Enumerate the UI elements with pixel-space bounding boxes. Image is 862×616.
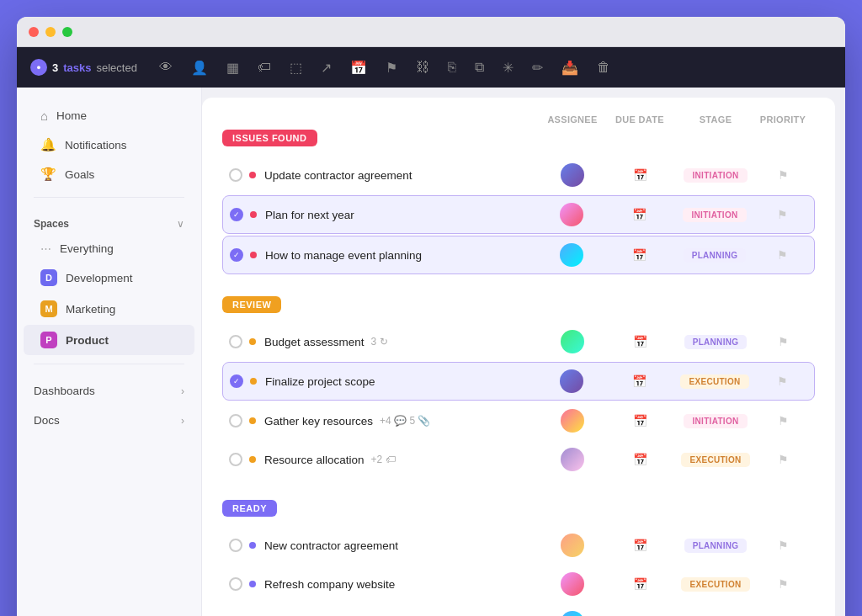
select-checkbox[interactable] (229, 577, 242, 591)
development-dot: D (40, 269, 57, 286)
calendar-icon: 📅 (632, 208, 646, 221)
close-button[interactable] (29, 27, 39, 37)
sidebar-item-everything[interactable]: ⋯ Everything (24, 236, 194, 262)
task-row[interactable]: Gather key resources +4 💬 5 📎 📅 INITIATI… (222, 402, 815, 439)
tag-icon[interactable]: 🏷 (254, 56, 274, 78)
sidebar-item-product[interactable]: P Product (24, 325, 194, 355)
stage-badge: INITIATION (684, 414, 747, 428)
task-assignee (539, 330, 606, 353)
stage-badge: PLANNING (684, 248, 747, 263)
task-name: New contractor agreement (264, 539, 539, 552)
minimize-button[interactable] (45, 27, 56, 37)
calendar-icon: 📅 (633, 414, 647, 427)
task-dot (249, 338, 256, 345)
copy-icon[interactable]: ⎘ (444, 56, 460, 78)
flag-icon[interactable]: ⚑ (382, 56, 401, 79)
assignee-avatar (561, 572, 584, 596)
home-icon: ⌂ (40, 109, 48, 123)
task-row[interactable]: How to manage event planning 📅 PLANNING … (222, 236, 815, 274)
link-icon[interactable]: ↗ (317, 56, 335, 79)
task-assignee (539, 572, 606, 596)
docs-arrow[interactable]: › (181, 415, 184, 427)
assignee-icon[interactable]: 👤 (188, 56, 211, 79)
priority-flag-icon: ⚑ (777, 374, 788, 388)
calendar-icon: 📅 (633, 168, 647, 182)
indent-icon[interactable]: ⬚ (286, 56, 306, 79)
bell-icon: 🔔 (40, 137, 56, 152)
task-stage: INITIATION (673, 414, 758, 428)
docs-section: Docs › (17, 402, 201, 432)
task-row[interactable]: Update key objectives 5 📎 📅 EXECUTION ⚑ (222, 604, 815, 616)
select-checkbox[interactable] (230, 374, 243, 388)
task-stage: INITIATION (673, 208, 757, 222)
col-assignee-header: ASSIGNEE (539, 114, 606, 125)
inbox-icon[interactable]: 📥 (558, 56, 582, 79)
sidebar-item-notifications-label: Notifications (65, 139, 127, 151)
task-priority: ⚑ (758, 168, 808, 182)
docs-label: Docs (34, 414, 60, 427)
dashboards-label: Dashboards (34, 385, 95, 397)
marketing-dot: M (40, 300, 57, 317)
edit-icon[interactable]: ✏ (529, 56, 546, 79)
sidebar-item-notifications[interactable]: 🔔 Notifications (24, 130, 194, 159)
product-dot: P (40, 332, 57, 348)
select-checkbox[interactable] (230, 248, 243, 262)
task-assignee (539, 163, 606, 187)
sidebar-item-home-label: Home (56, 109, 87, 122)
priority-flag-icon: ⚑ (777, 248, 788, 262)
calendar-icon: 📅 (633, 453, 647, 466)
task-name: How to manage event planning (265, 249, 538, 262)
select-checkbox[interactable] (229, 414, 242, 427)
spaces-label: Spaces (34, 218, 69, 230)
sidebar-item-goals[interactable]: 🏆 Goals (24, 160, 194, 189)
task-due: 📅 (606, 414, 673, 427)
star-icon[interactable]: ✳ (499, 56, 517, 79)
view-icon[interactable]: 👁 (156, 56, 176, 78)
select-checkbox[interactable] (229, 539, 242, 552)
task-title: Refresh company website (264, 578, 395, 591)
task-row[interactable]: New contractor agreement 📅 PLANNING ⚑ (222, 527, 815, 564)
task-due: 📅 (606, 335, 673, 348)
task-meta: +2 🏷 (371, 454, 396, 465)
select-checkbox[interactable] (229, 453, 242, 466)
app-layout: ● 3 tasks selected 👁 👤 ▦ 🏷 ⬚ ↗ 📅 ⚑ ⛓ ⎘ ⧉… (17, 47, 845, 616)
selection-icon: ● (30, 59, 47, 76)
sidebar-item-home[interactable]: ⌂ Home (24, 102, 194, 130)
duplicate-icon[interactable]: ⧉ (471, 56, 487, 78)
sidebar-item-development[interactable]: D Development (24, 263, 194, 293)
task-row[interactable]: Resource allocation +2 🏷 📅 EXECUTION ⚑ (222, 441, 815, 478)
sidebar-item-marketing[interactable]: M Marketing (24, 294, 194, 324)
task-row[interactable]: Update contractor agreement 📅 INITIATION… (222, 157, 815, 194)
dashboards-arrow[interactable]: › (181, 385, 184, 397)
task-priority: ⚑ (758, 335, 808, 348)
maximize-button[interactable] (62, 27, 72, 37)
spaces-arrow[interactable]: ∨ (177, 218, 184, 230)
task-assignee (539, 409, 606, 433)
task-row[interactable]: Finalize project scope 📅 EXECUTION ⚑ (222, 362, 815, 401)
task-count: 3 (52, 61, 58, 74)
task-name: Resource allocation +2 🏷 (264, 454, 539, 466)
toolbar: ● 3 tasks selected 👁 👤 ▦ 🏷 ⬚ ↗ 📅 ⚑ ⛓ ⎘ ⧉… (17, 47, 845, 88)
sidebar-divider-1 (34, 197, 184, 198)
sidebar-item-product-label: Product (66, 334, 109, 347)
calendar-icon[interactable]: 📅 (347, 56, 370, 79)
assignee-avatar (561, 534, 584, 557)
stage-badge: EXECUTION (681, 577, 749, 592)
content-area: ASSIGNEE DUE DATE STAGE PRIORITY ISSUES … (202, 98, 835, 616)
task-assignee (539, 534, 606, 557)
priority-flag-icon: ⚑ (778, 168, 789, 182)
task-row[interactable]: Refresh company website 📅 EXECUTION ⚑ (222, 566, 815, 603)
delete-icon[interactable]: 🗑 (593, 56, 614, 78)
task-dot (249, 456, 256, 463)
select-checkbox[interactable] (229, 168, 242, 182)
col-priority-header: PRIORITY (758, 114, 808, 125)
select-checkbox[interactable] (229, 335, 242, 348)
select-checkbox[interactable] (230, 208, 243, 221)
task-row[interactable]: Budget assessment 3 ↻ 📅 PLANNING ⚑ (222, 323, 815, 360)
assignee-avatar (560, 243, 583, 267)
task-row[interactable]: Plan for next year 📅 INITIATION ⚑ (222, 195, 815, 234)
chain-icon[interactable]: ⛓ (412, 56, 433, 78)
priority-flag-icon: ⚑ (778, 453, 789, 466)
sidebar-item-development-label: Development (66, 272, 133, 284)
grid-icon[interactable]: ▦ (223, 56, 242, 79)
